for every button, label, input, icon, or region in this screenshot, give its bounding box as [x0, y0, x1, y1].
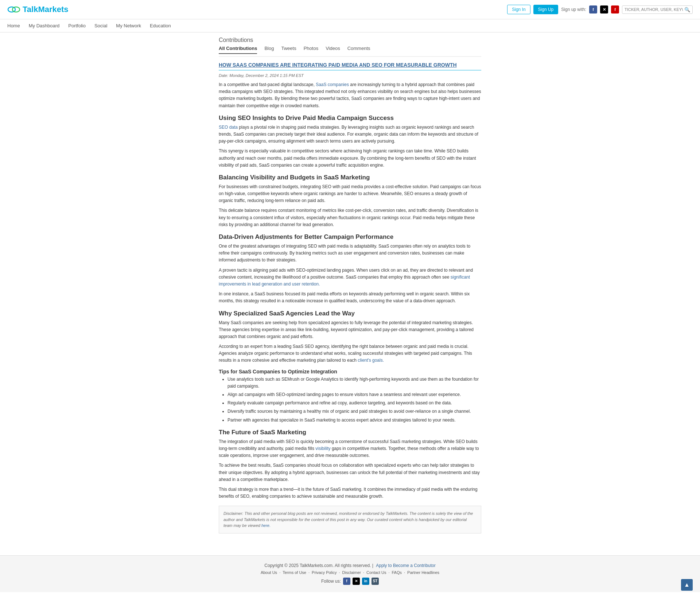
header-actions: Sign In Sign Up Sign up with: f ✕ f 🔍	[507, 5, 693, 14]
section-3-para-1: One of the greatest advantages of integr…	[219, 243, 481, 264]
article-body: In a competitive and fast-paced digital …	[219, 81, 481, 533]
tab-blog[interactable]: Blog	[264, 46, 274, 53]
search-input[interactable]	[625, 7, 683, 12]
footer-follow: Follow us: f ✕ in ST	[7, 578, 693, 585]
contributions-header: Contributions	[219, 37, 481, 43]
sep-3: ·	[339, 570, 340, 575]
saas-companies-link[interactable]: SaaS companies	[316, 82, 349, 87]
other-social-icon[interactable]: f	[611, 5, 619, 13]
disclaimer-box: Disclaimer: This and other personal blog…	[219, 506, 481, 533]
svg-point-1	[12, 7, 20, 12]
section-3-para-3: In one instance, a SaaS business focused…	[219, 291, 481, 304]
footer-terms-link[interactable]: Terms of Use	[283, 570, 306, 575]
follow-label: Follow us:	[321, 579, 341, 584]
tip-item-4: Diversify traffic sources by maintaining…	[228, 408, 481, 415]
twitter-icon[interactable]: ✕	[600, 5, 608, 13]
main-nav: Home My Dashboard Portfolio Social My Ne…	[0, 19, 700, 32]
section-heading-2: Balancing Visibility and Budgets in SaaS…	[219, 174, 481, 181]
search-box: 🔍	[622, 5, 693, 14]
nav-network[interactable]: My Network	[116, 23, 141, 28]
section-2-para-1: For businesses with constrained budgets,…	[219, 183, 481, 205]
section-4-para-2: According to an expert from a leading Sa…	[219, 343, 481, 364]
logo[interactable]: TalkMarkets	[7, 3, 69, 16]
main-content: Contributions All Contributions Blog Twe…	[211, 32, 489, 548]
article: HOW SAAS COMPANIES ARE INTEGRATING PAID …	[219, 62, 481, 533]
tips-list: Use analytics tools such as SEMrush or G…	[228, 376, 481, 424]
apply-contributor-link[interactable]: Apply to Become a Contributor	[376, 563, 435, 568]
sign-with-label: Sign up with:	[561, 7, 586, 12]
section-6-para-1: The integration of paid media with SEO i…	[219, 438, 481, 459]
footer-partner-link[interactable]: Partner Headlines	[407, 570, 439, 575]
footer-about-link[interactable]: About Us	[261, 570, 277, 575]
logo-text: TalkMarkets	[23, 5, 69, 14]
tip-item-1: Use analytics tools such as SEMrush or G…	[228, 376, 481, 390]
tip-item-3: Regularly evaluate campaign performance …	[228, 400, 481, 407]
footer-faqs-link[interactable]: FAQs	[392, 570, 402, 575]
signup-button[interactable]: Sign Up	[533, 5, 559, 14]
disclaimer-here-link[interactable]: here.	[261, 523, 271, 528]
footer-in-icon[interactable]: in	[362, 578, 369, 585]
section-6-para-2: To achieve the best results, SaaS compan…	[219, 462, 481, 483]
section-heading-6: The Future of SaaS Marketing	[219, 429, 481, 436]
nav-education[interactable]: Education	[150, 23, 171, 28]
footer-privacy-link[interactable]: Privacy Policy	[312, 570, 337, 575]
sep-2: ·	[308, 570, 310, 575]
copyright-text: Copyright © 2025 TalkMarkets.com. All ri…	[264, 563, 373, 568]
tab-all-contributions[interactable]: All Contributions	[219, 46, 257, 54]
tab-photos[interactable]: Photos	[304, 46, 318, 53]
section-heading-3: Data-Driven Adjustments for Better Campa…	[219, 233, 481, 241]
article-date: Date: Monday, December 2, 2024 1:15 PM E…	[219, 73, 481, 78]
contributions-title: Contributions	[219, 37, 253, 43]
sep-4: ·	[363, 570, 364, 575]
section-3-para-2: A proven tactic is aligning paid ads wit…	[219, 267, 481, 288]
footer-disclaimer-link[interactable]: Disclaimer	[342, 570, 361, 575]
tab-comments[interactable]: Comments	[347, 46, 370, 53]
sep-6: ·	[404, 570, 405, 575]
tab-videos[interactable]: Videos	[326, 46, 340, 53]
nav-social[interactable]: Social	[94, 23, 107, 28]
section-heading-1: Using SEO Insights to Drive Paid Media C…	[219, 114, 481, 122]
disclaimer-text: Disclaimer: This and other personal blog…	[223, 511, 473, 528]
contributions-tabs: All Contributions Blog Tweets Photos Vid…	[219, 46, 481, 57]
scroll-top-button[interactable]: ▲	[681, 579, 693, 591]
section-heading-4: Why Specialized SaaS Agencies Lead the W…	[219, 310, 481, 317]
nav-dashboard[interactable]: My Dashboard	[29, 23, 60, 28]
sep-1: ·	[279, 570, 280, 575]
article-title: HOW SAAS COMPANIES ARE INTEGRATING PAID …	[219, 62, 481, 70]
footer-copyright: Copyright © 2025 TalkMarkets.com. All ri…	[7, 563, 693, 568]
sep-5: ·	[388, 570, 389, 575]
logo-icon	[7, 3, 20, 16]
signin-button[interactable]: Sign In	[507, 5, 530, 14]
article-intro: In a competitive and fast-paced digital …	[219, 81, 481, 109]
section-1-para-1: SEO data plays a pivotal role in shaping…	[219, 124, 481, 145]
footer-facebook-icon[interactable]: f	[343, 578, 350, 585]
search-icon[interactable]: 🔍	[684, 7, 690, 12]
footer-stocktwits-icon[interactable]: ST	[372, 578, 379, 585]
header: TalkMarkets Sign In Sign Up Sign up with…	[0, 0, 700, 19]
nav-portfolio[interactable]: Portfolio	[68, 23, 86, 28]
footer-contact-link[interactable]: Contact Us	[366, 570, 386, 575]
section-4-para-1: Many SaaS companies are seeking help fro…	[219, 319, 481, 341]
nav-home[interactable]: Home	[7, 23, 20, 28]
footer-links: About Us · Terms of Use · Privacy Policy…	[7, 570, 693, 575]
seo-data-link[interactable]: SEO data	[219, 125, 238, 130]
tip-item-2: Align ad campaigns with SEO-optimized la…	[228, 391, 481, 398]
facebook-icon[interactable]: f	[589, 5, 597, 13]
tip-item-5: Partner with agencies that specialize in…	[228, 417, 481, 424]
footer-twitter-icon[interactable]: ✕	[353, 578, 360, 585]
section-heading-5: Tips for SaaS Companies to Optimize Inte…	[219, 369, 481, 374]
tab-tweets[interactable]: Tweets	[281, 46, 296, 53]
footer: Copyright © 2025 TalkMarkets.com. All ri…	[0, 555, 700, 592]
section-2-para-2: This delicate balance requires constant …	[219, 207, 481, 228]
section-1-para-2: This synergy is especially valuable in c…	[219, 148, 481, 169]
section-6-para-3: This dual strategy is more than a trend—…	[219, 486, 481, 500]
